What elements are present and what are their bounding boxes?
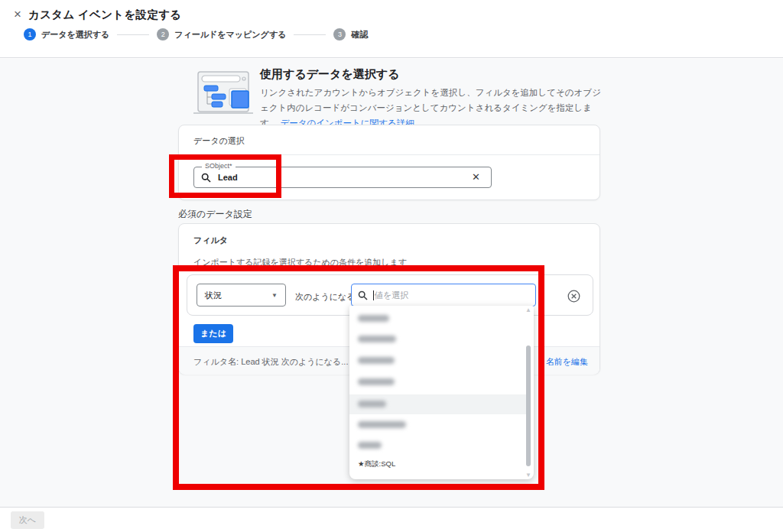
dialog-title: カスタム イベントを設定する — [28, 8, 181, 22]
next-button[interactable]: 次へ — [11, 511, 44, 529]
stepper-connector — [294, 34, 326, 35]
close-icon[interactable]: × — [10, 7, 25, 22]
search-icon — [201, 173, 211, 183]
data-selection-card: データの選択 SObject* Lead ✕ — [178, 125, 600, 200]
step-confirm[interactable]: 3 確認 — [333, 28, 368, 41]
dropdown-scrollbar-thumb[interactable] — [526, 345, 531, 466]
filter-value-input[interactable]: 値を選択 — [351, 284, 536, 307]
dialog-header: × カスタム イベントを設定する 1 データを選択する 2 フィールドをマッピン… — [0, 0, 783, 58]
dropdown-option-redacted[interactable] — [358, 357, 395, 364]
edit-name-link[interactable]: 名前を編集 — [546, 356, 588, 368]
filter-card-title: フィルタ — [193, 235, 228, 246]
required-settings-title: 必須のデータ設定 — [178, 208, 252, 221]
wizard-content: 使用するデータを選択する リンクされたアカウントからオブジェクトを選択し、フィル… — [0, 59, 783, 507]
dropdown-option-redacted[interactable] — [358, 315, 389, 322]
filter-name-text: フィルタ名: Lead 状況 次のようになる... — [193, 356, 348, 368]
step-3-label: 確認 — [351, 29, 368, 41]
sobject-field-label: SObject* — [202, 162, 236, 170]
filter-field-value: 状況 — [205, 290, 271, 301]
dropdown-option-redacted[interactable] — [358, 336, 396, 342]
filter-card-description: インポートする記録を選択するための条件を追加します — [193, 257, 407, 268]
step-map-fields[interactable]: 2 フィールドをマッピングする — [157, 28, 286, 41]
wizard-stepper: 1 データを選択する 2 フィールドをマッピングする 3 確認 — [24, 28, 368, 41]
condition-operator-label: 次のようになる — [295, 291, 356, 303]
dropdown-option-redacted[interactable] — [358, 378, 395, 385]
or-condition-button[interactable]: または — [193, 324, 233, 343]
scroll-down-icon[interactable]: ▼ — [525, 472, 531, 478]
step-3-circle: 3 — [333, 28, 346, 41]
step-1-label: データを選択する — [41, 29, 109, 41]
step-2-circle: 2 — [157, 28, 169, 41]
scroll-up-icon[interactable]: ▲ — [525, 307, 531, 313]
search-icon — [358, 290, 368, 300]
dropdown-option-redacted[interactable] — [358, 421, 406, 428]
page-title: 使用するデータを選択する — [260, 67, 399, 82]
remove-filter-icon[interactable] — [567, 290, 580, 303]
stepper-connector — [117, 34, 149, 35]
card-divider — [179, 154, 599, 155]
filter-field-select[interactable]: 状況 ▼ — [197, 284, 286, 307]
sobject-value: Lead — [218, 173, 238, 182]
data-selection-card-title: データの選択 — [193, 135, 245, 147]
data-import-illustration — [193, 70, 258, 116]
wizard-footer: 次へ — [0, 507, 783, 532]
text-cursor — [373, 290, 374, 300]
dropdown-option-shodan-sql[interactable]: ★商談:SQL — [358, 459, 395, 469]
dropdown-option-redacted[interactable] — [358, 442, 382, 449]
step-2-label: フィールドをマッピングする — [174, 29, 286, 41]
step-1-circle: 1 — [24, 28, 36, 41]
value-dropdown-list: ★商談:SQL ▲ ▼ — [349, 306, 534, 479]
dropdown-option-redacted[interactable] — [358, 401, 386, 407]
filter-value-placeholder: 値を選択 — [375, 290, 408, 301]
clear-sobject-icon[interactable]: ✕ — [472, 171, 480, 183]
chevron-down-icon: ▼ — [271, 292, 278, 299]
sobject-input[interactable]: SObject* Lead ✕ — [193, 167, 492, 188]
step-select-data[interactable]: 1 データを選択する — [24, 28, 109, 41]
